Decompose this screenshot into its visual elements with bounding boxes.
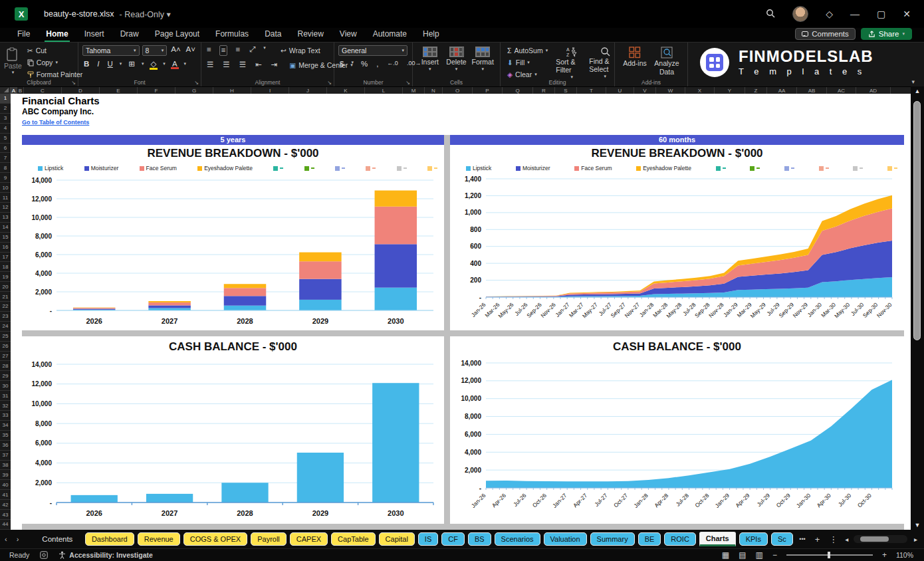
italic-button[interactable]: I — [96, 60, 100, 68]
row-header-9[interactable]: 9 — [0, 173, 11, 183]
number-format-select[interactable]: General▾ — [338, 45, 407, 56]
row-header-13[interactable]: 13 — [0, 213, 11, 223]
sheet-tab-kpis[interactable]: KPIs — [739, 532, 768, 546]
column-header-AA[interactable]: AA — [767, 87, 797, 94]
row-header-8[interactable]: 8 — [0, 163, 11, 173]
row-header-14[interactable]: 14 — [0, 223, 11, 233]
row-header-25[interactable]: 25 — [0, 332, 11, 342]
row-header-18[interactable]: 18 — [0, 262, 11, 272]
wrap-text-button[interactable]: ↩ Wrap Text — [278, 45, 323, 56]
sheet-tab-valuation[interactable]: Valuation — [544, 532, 587, 546]
row-header-12[interactable]: 12 — [0, 203, 11, 213]
percent-button[interactable]: % — [360, 60, 369, 68]
column-header-T[interactable]: T — [577, 87, 606, 94]
sheet-tab-capital[interactable]: Capital — [379, 532, 415, 546]
row-header-27[interactable]: 27 — [0, 352, 11, 362]
align-right-icon[interactable]: ☰ — [238, 60, 247, 70]
autosum-button[interactable]: Σ AutoSum ▾ — [505, 45, 550, 56]
row-header-38[interactable]: 38 — [0, 461, 11, 471]
column-header-Y[interactable]: Y — [715, 87, 745, 94]
fill-color-button[interactable]: ◇ — [150, 59, 158, 68]
hscroll-right-icon[interactable]: ▸ — [911, 536, 920, 543]
column-header-G[interactable]: G — [175, 87, 213, 94]
column-header-R[interactable]: R — [533, 87, 555, 94]
hscroll-left-icon[interactable]: ◂ — [842, 536, 851, 543]
row-header-4[interactable]: 4 — [0, 124, 11, 134]
zoom-slider-thumb[interactable] — [828, 552, 830, 558]
format-painter-button[interactable]: Format Painter — [25, 69, 85, 80]
column-header-U[interactable]: U — [606, 87, 634, 94]
sheet-options-icon[interactable]: ⋮ — [824, 534, 842, 544]
borders-button[interactable]: ⊞ — [127, 59, 136, 68]
row-header-39[interactable]: 39 — [0, 470, 11, 480]
align-bottom-icon[interactable]: ≡ — [234, 45, 241, 56]
menu-tab-data[interactable]: Data — [257, 28, 289, 42]
minimize-icon[interactable]: — — [850, 9, 860, 19]
row-header-44[interactable]: 44 — [0, 520, 11, 530]
column-header-C[interactable]: C — [24, 87, 62, 94]
row-header-15[interactable]: 15 — [0, 233, 11, 243]
insert-cells-button[interactable]: Insert▾ — [417, 45, 443, 72]
row-header-31[interactable]: 31 — [0, 391, 11, 401]
zoom-in-icon[interactable]: + — [882, 550, 887, 560]
column-header-B[interactable]: B — [17, 87, 24, 94]
row-header-33[interactable]: 33 — [0, 411, 11, 421]
column-header-S[interactable]: S — [555, 87, 577, 94]
row-header-36[interactable]: 36 — [0, 441, 11, 451]
sheet-tab-be[interactable]: BE — [638, 532, 661, 546]
bold-button[interactable]: B — [82, 60, 90, 68]
column-headers[interactable]: ABCDEFGHIJKLMNOPQRSTUVWXYZAAABACAD — [0, 86, 911, 94]
new-sheet-button[interactable]: + — [810, 534, 825, 544]
currency-button[interactable]: $ — [338, 60, 345, 68]
more-sheets-icon[interactable]: ••• — [794, 536, 810, 542]
row-header-20[interactable]: 20 — [0, 282, 11, 292]
ribbon-collapse-icon[interactable]: ▾ — [911, 78, 915, 85]
scroll-up-icon[interactable]: ▲ — [911, 88, 924, 94]
row-header-22[interactable]: 22 — [0, 302, 11, 312]
row-header-1[interactable]: 1 — [0, 94, 11, 104]
normal-view-icon[interactable]: ▦ — [722, 550, 729, 560]
row-header-26[interactable]: 26 — [0, 342, 11, 352]
sheet-tab-cf[interactable]: CF — [441, 532, 465, 546]
sort-filter-button[interactable]: AZ Sort & Filter▾ — [556, 45, 588, 80]
sheet-tab-bs[interactable]: BS — [468, 532, 491, 546]
menu-tab-review[interactable]: Review — [289, 28, 331, 42]
sheet-tab-roic[interactable]: ROIC — [664, 532, 696, 546]
user-avatar[interactable] — [792, 6, 808, 22]
copy-button[interactable]: Copy ▾ — [25, 57, 85, 68]
page-layout-view-icon[interactable]: ▤ — [739, 550, 746, 560]
column-header-E[interactable]: E — [100, 87, 138, 94]
column-header-AC[interactable]: AC — [827, 87, 856, 94]
row-header-21[interactable]: 21 — [0, 292, 11, 302]
row-header-32[interactable]: 32 — [0, 401, 11, 411]
gem-icon[interactable]: ◇ — [826, 9, 833, 19]
dialog-launcher-icon[interactable]: ↘ — [327, 80, 332, 86]
column-header-W[interactable]: W — [656, 87, 685, 94]
column-header-AD[interactable]: AD — [856, 87, 891, 94]
menu-tab-home[interactable]: Home — [38, 28, 76, 42]
column-header-O[interactable]: O — [443, 87, 473, 94]
row-header-6[interactable]: 6 — [0, 144, 11, 154]
column-header-A[interactable]: A — [11, 87, 17, 94]
column-header-H[interactable]: H — [213, 87, 251, 94]
align-middle-icon[interactable]: ≡ — [219, 45, 228, 56]
menu-tab-page-layout[interactable]: Page Layout — [147, 28, 207, 42]
increase-indent-icon[interactable]: ⇥ — [270, 60, 279, 70]
sheet-tab-charts[interactable]: Charts — [699, 532, 736, 546]
dialog-launcher-icon[interactable]: ↘ — [405, 80, 410, 86]
font-name-select[interactable]: Tahoma▾ — [82, 45, 140, 56]
format-cells-button[interactable]: Format▾ — [469, 45, 496, 72]
delete-cells-button[interactable]: Delete▾ — [443, 45, 470, 72]
column-header-V[interactable]: V — [634, 87, 656, 94]
sheet-tab-summary[interactable]: Summary — [590, 532, 635, 546]
column-header-Q[interactable]: Q — [503, 87, 533, 94]
row-header-24[interactable]: 24 — [0, 322, 11, 332]
comments-button[interactable]: Comments — [795, 28, 856, 40]
zoom-out-icon[interactable]: − — [772, 550, 777, 560]
tab-nav-next-icon[interactable]: › — [12, 535, 24, 543]
zoom-level[interactable]: 110% — [896, 551, 913, 559]
fill-button[interactable]: ⬇ Fill ▾ — [505, 57, 550, 68]
menu-tab-insert[interactable]: Insert — [76, 28, 112, 42]
clear-button[interactable]: ◈ Clear ▾ — [505, 69, 550, 80]
sheet-tab-captable[interactable]: CapTable — [331, 532, 375, 546]
